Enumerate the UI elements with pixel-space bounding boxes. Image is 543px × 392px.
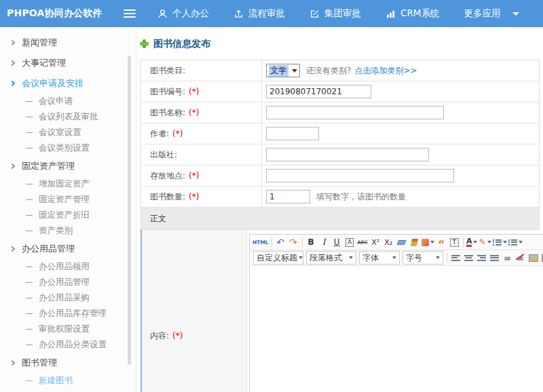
dash-icon [26, 267, 33, 267]
sidebar-item-meeting-application[interactable]: 会议申请 [0, 94, 136, 109]
book-name-input[interactable] [266, 106, 444, 119]
caret-down-icon [519, 241, 523, 243]
paragraph-format-dropdown[interactable]: 段落格式 [306, 251, 356, 264]
field-cell [262, 81, 539, 102]
location-input[interactable] [266, 169, 454, 182]
author-input[interactable] [266, 127, 319, 140]
sidebar-scrollbar[interactable] [128, 56, 131, 365]
sidebar-item-meeting-room-setup[interactable]: 会议室设置 [0, 125, 136, 140]
bold-button[interactable]: B [305, 236, 317, 248]
highlight-pen-button[interactable]: ✎ [479, 236, 491, 248]
flow-approval-icon [233, 9, 244, 19]
compose-icon [310, 9, 320, 19]
heading-dropdown[interactable]: 自定义标题 [253, 251, 303, 264]
nav-crm-system[interactable]: CRM系统 [386, 7, 439, 20]
format-clean-icon[interactable] [409, 236, 420, 248]
unordered-list-icon [508, 238, 517, 246]
sidebar-item-label: 办公用品管理 [39, 277, 90, 288]
nav-personal-office[interactable]: 个人办公 [157, 7, 209, 20]
sidebar-item-supplies-requisition[interactable]: 办公用品领用 [0, 259, 136, 275]
editor-content-area[interactable] [250, 266, 543, 392]
underline-button[interactable]: U [331, 236, 343, 248]
sidebar-item-news-mgmt[interactable]: 新闻管理 [0, 33, 136, 53]
caret-down-icon [487, 241, 491, 243]
unordered-list-button[interactable] [508, 236, 523, 248]
font-color-button[interactable]: A [466, 236, 478, 248]
nav-group-approval[interactable]: 集团审批 [310, 7, 361, 20]
sidebar-item-book-manage[interactable]: 图书管理 [0, 389, 136, 392]
nav-more-apps[interactable]: 更多应用 [464, 7, 500, 20]
sidebar-item-approval-permission[interactable]: 审批权限设置 [0, 321, 136, 337]
paste-icon[interactable]: T [449, 236, 460, 248]
required-mark: (*) [189, 192, 199, 201]
sidebar-item-label: 会议室设置 [39, 127, 81, 138]
sidebar-item-asset-category[interactable]: 资产类别 [0, 223, 136, 239]
insert-image-icon[interactable] [527, 252, 539, 264]
book-no-input[interactable] [266, 85, 371, 98]
eraser-icon[interactable] [396, 236, 407, 248]
sidebar-item-fixed-asset-depreciation[interactable]: 固定资产折旧 [0, 208, 136, 223]
category-select[interactable]: 文学 [266, 64, 300, 77]
page-title-text: 图书信息发布 [153, 38, 210, 50]
sidebar-item-label: 会议列表及审批 [39, 111, 98, 123]
insert-media-icon[interactable] [540, 252, 543, 264]
font-size-dropdown[interactable]: 字号 [402, 251, 443, 264]
dash-icon [26, 215, 33, 216]
form-row-author: 作者: (*) [141, 123, 539, 144]
ordered-list-button[interactable] [493, 236, 507, 248]
label-text: 图书编号: [150, 86, 185, 98]
font-color-icon: A [466, 237, 472, 247]
text-border-button[interactable]: A [344, 236, 356, 248]
nav-workflow-approval[interactable]: 流程审批 [233, 7, 285, 20]
sidebar-item-memorabilia-mgmt[interactable]: 大事记管理 [0, 53, 136, 73]
chevron-right-icon [10, 40, 15, 45]
sidebar-item-book-mgmt[interactable]: 图书管理 [0, 353, 136, 373]
field-cell: 填写数字，该图书的数量 [262, 187, 539, 207]
dropdown-label: 段落格式 [310, 252, 342, 264]
caret-down-icon[interactable] [512, 12, 519, 16]
field-label: 作者: (*) [141, 123, 262, 144]
sidebar-item-fixed-asset-mgmt[interactable]: 固定资产管理 [0, 156, 136, 176]
format-painter-icon[interactable] [422, 236, 434, 248]
superscript-button[interactable]: X² [370, 236, 381, 248]
align-left-icon[interactable] [450, 252, 462, 264]
label-text: 出版社: [150, 149, 177, 161]
sidebar-item-label: 会议类别设置 [39, 142, 90, 154]
hamburger-menu-icon[interactable] [124, 9, 136, 18]
required-mark: (*) [189, 108, 199, 117]
select-caret-icon [292, 69, 297, 73]
insert-link-icon[interactable]: ∞ [502, 252, 513, 264]
top-header: PHPOA协同办公软件 个人办公 流程审批 [0, 0, 543, 27]
form-row-publisher: 出版社: [141, 144, 539, 165]
editor-cell: HTML ↶ ↷ B I U A ABC X² X₂ [247, 230, 543, 392]
redo-icon[interactable]: ↷ [288, 236, 299, 248]
align-center-icon[interactable] [463, 252, 474, 264]
italic-button[interactable]: I [318, 236, 330, 248]
caret-down-icon [430, 241, 434, 243]
add-category-link[interactable]: 点击添加类别>> [354, 65, 417, 77]
sidebar-item-meeting-apply[interactable]: 会议申请及安排 [0, 73, 136, 94]
subscript-button[interactable]: X₂ [383, 236, 394, 248]
sidebar-item-new-book[interactable]: 新建图书 [0, 373, 136, 389]
sidebar-item-add-fixed-asset[interactable]: 增加固定资产 [0, 176, 136, 192]
sidebar-item-supplies-inventory[interactable]: 办公用品库存管理 [0, 306, 136, 321]
quantity-input[interactable] [266, 190, 310, 203]
font-family-dropdown[interactable]: 字体 [359, 251, 400, 264]
undo-icon[interactable]: ↶ [275, 236, 286, 248]
sidebar-item-meeting-list-approval[interactable]: 会议列表及审批 [0, 109, 136, 125]
sidebar-item-meeting-category-setup[interactable]: 会议类别设置 [0, 140, 136, 156]
publisher-input[interactable] [266, 148, 429, 161]
sidebar-item-supplies-manage[interactable]: 办公用品管理 [0, 275, 136, 290]
html-source-button[interactable]: HTML [252, 236, 269, 248]
sidebar-item-supplies-classification[interactable]: 办公用品分类设置 [0, 337, 136, 353]
sidebar-item-office-supplies-mgmt[interactable]: 办公用品管理 [0, 239, 136, 259]
align-left-shape [451, 254, 460, 262]
align-justify-icon[interactable] [489, 252, 500, 264]
align-right-icon[interactable] [476, 252, 487, 264]
image-shape [529, 254, 538, 262]
sidebar-item-fixed-asset-manage[interactable]: 固定资产管理 [0, 192, 136, 208]
strikethrough-button[interactable]: ABC [357, 236, 369, 248]
remove-link-icon[interactable]: ∞ [514, 252, 526, 264]
sidebar-item-supplies-purchase[interactable]: 办公用品采购 [0, 290, 136, 306]
blockquote-button[interactable]: “ [436, 236, 447, 248]
